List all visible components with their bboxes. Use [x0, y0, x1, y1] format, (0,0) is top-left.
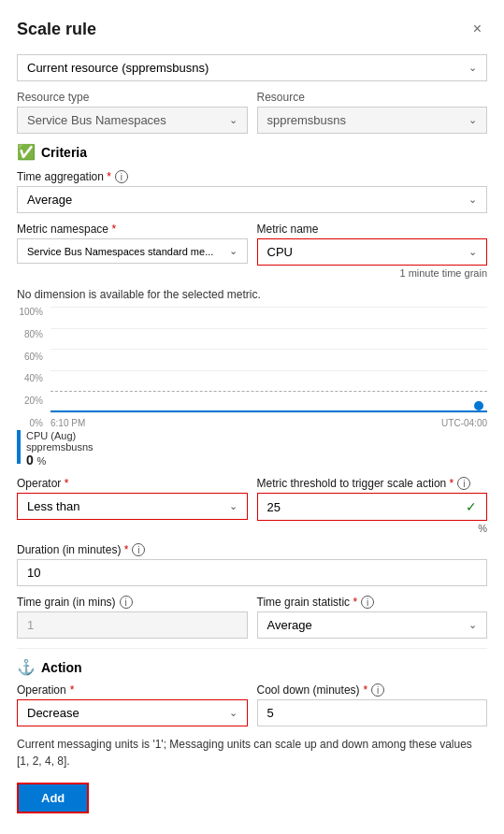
metric-namespace-label-row: Metric namespace * — [17, 223, 248, 236]
time-grain-label-row: Time grain (in mins) i — [17, 596, 248, 609]
metric-namespace-label: Metric namespace * — [17, 223, 116, 236]
time-grain-info-icon[interactable]: i — [120, 596, 133, 609]
time-grain-stat-dropdown[interactable]: Average ⌄ — [257, 611, 488, 639]
action-section-title: ⚓ Action — [17, 658, 487, 676]
x-label-tz: UTC-04:00 — [441, 418, 487, 428]
operator-dropdown[interactable]: Less than ⌄ — [17, 493, 248, 520]
chart-legend: CPU (Aug) sppremsbusns 0 % — [17, 430, 487, 467]
legend-sub: sppremsbusns — [26, 441, 94, 453]
x-label-time: 6:10 PM — [50, 418, 85, 428]
threshold-col: Metric threshold to trigger scale action… — [257, 477, 488, 534]
chart-x-labels: 6:10 PM UTC-04:00 — [50, 418, 487, 428]
duration-label: Duration (in minutes) * — [17, 543, 128, 556]
resource-dropdown[interactable]: Current resource (sppremsbusns) ⌄ — [17, 54, 487, 81]
operation-dropdown[interactable]: Decrease ⌄ — [17, 699, 248, 726]
time-grain-input — [17, 611, 248, 639]
resource-type-label: Resource type — [17, 91, 248, 104]
time-grain-col: Time grain (in mins) i — [17, 596, 248, 639]
metric-name-value: CPU — [267, 245, 293, 259]
time-aggregation-label: Time aggregation * — [17, 170, 111, 183]
resource-type-col: Resource type Service Bus Namespaces ⌄ — [17, 91, 248, 134]
legend-color-bar — [17, 430, 21, 464]
criteria-label: Criteria — [41, 145, 87, 160]
resource-value: sppremsbusns — [267, 113, 347, 127]
y-label-100: 100% — [17, 307, 43, 317]
y-label-20: 20% — [17, 395, 43, 406]
resource-dropdown-value: Current resource (sppremsbusns) — [27, 61, 209, 75]
operator-threshold-row: Operator * Less than ⌄ Metric threshold … — [17, 477, 487, 534]
cool-down-info-icon[interactable]: i — [371, 683, 384, 697]
metric-namespace-dropdown[interactable]: Service Bus Namespaces standard me... ⌄ — [17, 238, 248, 264]
note-text: Current messaging units is '1'; Messagin… — [17, 736, 487, 769]
threshold-value: 25 — [267, 500, 467, 514]
chevron-down-icon-7: ⌄ — [229, 500, 238, 512]
chevron-down-icon-8: ⌄ — [468, 619, 477, 631]
metric-name-col: Metric name CPU ⌄ 1 minute time grain — [257, 223, 488, 279]
threshold-label-row: Metric threshold to trigger scale action… — [257, 477, 488, 490]
chevron-down-icon: ⌄ — [468, 62, 477, 74]
time-grain-stat-value: Average — [267, 618, 312, 632]
operation-cooldown-row: Operation * Decrease ⌄ Cool down (minute… — [17, 683, 487, 726]
threshold-input-wrapper: 25 ✓ — [257, 493, 488, 521]
chevron-down-icon-5: ⌄ — [229, 245, 238, 257]
chart-blue-dot — [474, 401, 483, 410]
chevron-down-icon-4: ⌄ — [468, 194, 477, 206]
time-aggregation-group: Time aggregation * i Average ⌄ — [17, 170, 487, 213]
cool-down-label: Cool down (minutes) — [257, 683, 360, 697]
cool-down-input[interactable] — [257, 699, 488, 726]
resource-type-row: Resource type Service Bus Namespaces ⌄ R… — [17, 91, 487, 134]
metric-namespace-value: Service Bus Namespaces standard me... — [27, 246, 213, 257]
y-label-0: 0% — [17, 418, 43, 428]
threshold-info-icon[interactable]: i — [457, 477, 470, 490]
time-grain-stat-label-row: Time grain statistic * i — [257, 596, 488, 609]
check-icon: ✓ — [466, 499, 477, 514]
operator-value: Less than — [27, 499, 79, 513]
resource-type-value: Service Bus Namespaces — [27, 113, 166, 127]
chart-area: 100% 80% 60% 40% 20% 0% 6:10 PM UTC-04:0… — [17, 307, 487, 428]
action-icon: ⚓ — [17, 658, 36, 676]
time-aggregation-dropdown[interactable]: Average ⌄ — [17, 186, 487, 213]
y-label-80: 80% — [17, 329, 43, 339]
legend-value-row: 0 % — [26, 453, 94, 467]
resource-type-dropdown: Service Bus Namespaces ⌄ — [17, 107, 248, 134]
grid-line-100 — [50, 307, 487, 308]
panel-title: Scale rule — [17, 20, 96, 39]
action-label: Action — [41, 660, 82, 675]
close-button[interactable]: × — [468, 19, 487, 39]
duration-input[interactable] — [17, 559, 487, 586]
operation-col: Operation * Decrease ⌄ — [17, 683, 248, 726]
resource-col: Resource sppremsbusns ⌄ — [257, 91, 488, 134]
time-grain-row: Time grain (in mins) i Time grain statis… — [17, 596, 487, 639]
scale-rule-panel: Scale rule × Current resource (sppremsbu… — [0, 0, 504, 834]
metric-row: Metric namespace * Service Bus Namespace… — [17, 223, 487, 279]
legend-name: CPU (Aug) — [26, 430, 94, 441]
panel-header: Scale rule × — [17, 19, 487, 39]
chart-inner — [50, 307, 487, 413]
duration-group: Duration (in minutes) * i — [17, 543, 487, 586]
time-grain-label: Time grain (in mins) — [17, 596, 116, 609]
operator-label-row: Operator * — [17, 477, 248, 490]
chevron-down-icon-2: ⌄ — [229, 114, 238, 126]
grid-line-80 — [50, 328, 487, 329]
time-grain-stat-info-icon[interactable]: i — [361, 596, 374, 609]
operator-col: Operator * Less than ⌄ — [17, 477, 248, 534]
operator-label: Operator * — [17, 477, 68, 490]
operation-label-row: Operation * — [17, 683, 248, 697]
time-aggregation-info-icon[interactable]: i — [115, 170, 128, 183]
resource-label: Resource — [257, 91, 488, 104]
grid-line-40 — [50, 370, 487, 371]
chevron-down-icon-3: ⌄ — [468, 114, 477, 126]
chevron-down-icon-6: ⌄ — [468, 246, 477, 258]
duration-info-icon[interactable]: i — [132, 543, 145, 556]
cool-down-col: Cool down (minutes) * i — [257, 683, 488, 726]
chart-data-line — [50, 410, 487, 412]
legend-text-group: CPU (Aug) sppremsbusns 0 % — [26, 430, 94, 467]
operation-label: Operation — [17, 683, 66, 697]
metric-name-label: Metric name — [257, 223, 319, 236]
time-aggregation-value: Average — [27, 193, 72, 207]
grid-line-60 — [50, 349, 487, 350]
threshold-label: Metric threshold to trigger scale action… — [257, 477, 454, 490]
add-button[interactable]: Add — [17, 783, 89, 813]
metric-name-dropdown[interactable]: CPU ⌄ — [257, 238, 488, 266]
operation-value: Decrease — [27, 706, 79, 720]
